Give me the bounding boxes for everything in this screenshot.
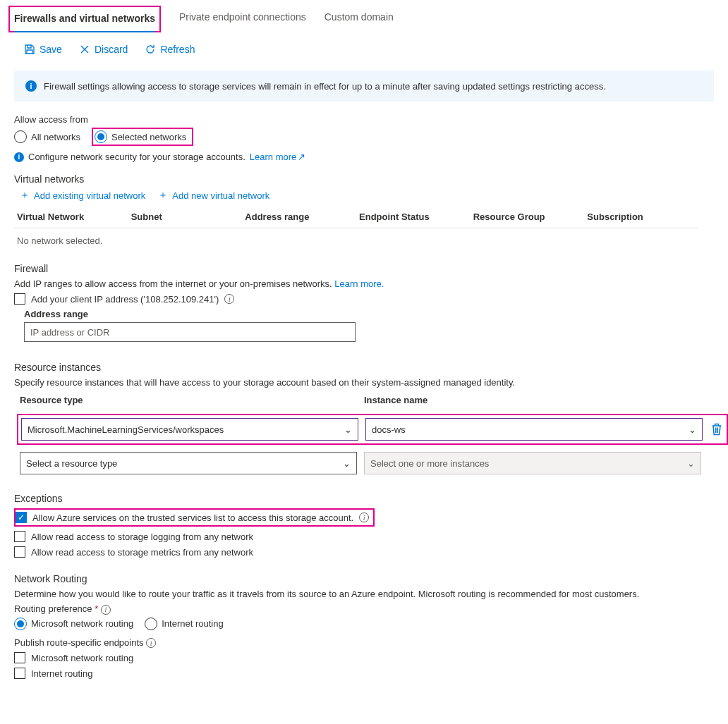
chevron-down-icon: ⌄ [343,458,351,469]
resource-row-highlight: Microsoft.MachineLearningServices/worksp… [17,414,728,445]
instance-name-select-2: Select one or more instances ⌄ [364,452,701,474]
discard-button[interactable]: Discard [72,41,135,58]
publish-ms-label: Microsoft network routing [31,653,133,663]
exception-trusted-label: Allow Azure services on the trusted serv… [32,513,353,523]
publish-internet-label: Internet routing [31,668,92,679]
add-client-ip-checkbox[interactable] [14,293,25,305]
exception-trusted-checkbox[interactable] [16,512,27,523]
col-endpoint: Endpoint Status [356,211,471,222]
refresh-button[interactable]: Refresh [138,41,202,58]
network-hint-text: Configure network security for your stor… [28,152,245,162]
radio-selected-networks[interactable]: Selected networks [95,130,186,143]
col-subnet: Subnet [128,211,243,222]
resource-type-select-2[interactable]: Select a resource type ⌄ [20,452,357,474]
chevron-down-icon: ⌄ [688,424,696,435]
publish-endpoints-label: Publish route-specific endpoints i [14,637,714,649]
save-label: Save [40,44,62,55]
firewall-learn-more-link[interactable]: Learn more. [334,278,384,289]
refresh-icon [145,44,156,55]
vnet-empty: No network selected. [14,230,698,252]
save-button[interactable]: Save [17,41,69,58]
tabs-bar: Firewalls and virtual networks Private e… [0,0,728,32]
network-routing-heading: Network Routing [14,573,714,584]
radio-selected-label: Selected networks [111,132,186,142]
col-resource-type: Resource type [20,395,357,407]
toolbar: Save Discard Refresh [0,32,728,63]
tab-firewalls-highlight: Firewalls and virtual networks [8,6,161,32]
add-client-ip-label: Add your client IP address ('108.252.109… [31,294,219,305]
firewall-desc: Add IP ranges to allow access from the i… [14,278,714,289]
exception-logging-label: Allow read access to storage logging fro… [31,532,253,542]
exception-logging-checkbox[interactable] [14,531,25,542]
discard-label: Discard [95,44,128,55]
resource-desc: Specify resource instances that will hav… [14,377,714,388]
learn-more-link[interactable]: Learn more↗ [250,152,305,162]
radio-ms-routing[interactable]: Microsoft network routing [14,618,133,630]
address-range-label: Address range [24,309,714,319]
plus-icon: ＋ [158,189,168,202]
access-radio-group: All networks Selected networks [14,128,714,146]
external-link-icon: ↗ [298,152,305,162]
exception-metrics-label: Allow read access to storage metrics fro… [31,547,253,558]
routing-pref-label: Routing preference * i [14,603,714,615]
publish-ms-checkbox[interactable] [14,652,25,663]
tab-custom-domain[interactable]: Custom domain [324,6,394,32]
info-icon[interactable]: i [224,294,234,304]
vnet-table-header: Virtual Network Subnet Address range End… [14,207,698,226]
plus-icon: ＋ [20,189,30,202]
firewall-heading: Firewall [14,263,714,274]
add-existing-vnet-button[interactable]: ＋Add existing virtual network [20,189,145,202]
info-banner: i Firewall settings allowing access to s… [14,70,714,102]
info-icon[interactable]: i [359,513,369,522]
radio-all-networks[interactable]: All networks [14,130,80,143]
exception-metrics-checkbox[interactable] [14,546,25,558]
instance-name-select-1[interactable]: docs-ws ⌄ [365,418,703,441]
info-icon: i [25,80,37,92]
info-icon[interactable]: i [146,638,156,648]
info-icon: i [14,152,24,162]
publish-internet-checkbox[interactable] [14,668,25,679]
col-instance-name: Instance name [364,395,701,407]
exceptions-heading: Exceptions [14,493,714,504]
close-icon [79,44,90,55]
address-range-input[interactable] [24,322,356,342]
resource-type-select-1[interactable]: Microsoft.MachineLearningServices/worksp… [21,418,358,441]
info-banner-text: Firewall settings allowing access to sto… [44,81,606,92]
routing-desc: Determine how you would like to route yo… [14,589,714,599]
delete-icon[interactable] [710,422,724,436]
chevron-down-icon: ⌄ [687,458,695,469]
resource-instances-heading: Resource instances [14,362,714,373]
info-icon[interactable]: i [101,605,111,615]
selected-networks-highlight: Selected networks [92,128,193,146]
chevron-down-icon: ⌄ [344,424,352,435]
refresh-label: Refresh [160,44,195,55]
col-sub: Subscription [584,211,698,222]
save-icon [24,44,35,55]
radio-all-label: All networks [31,132,80,142]
network-hint-row: i Configure network security for your st… [14,152,714,162]
radio-internet-routing[interactable]: Internet routing [145,618,223,630]
virtual-networks-heading: Virtual networks [14,173,714,185]
trusted-services-highlight: Allow Azure services on the trusted serv… [14,508,375,527]
col-rg: Resource Group [471,211,585,222]
col-range: Address range [242,211,356,222]
allow-access-label: Allow access from [14,114,714,125]
col-vn: Virtual Network [14,211,128,222]
tab-private-endpoint[interactable]: Private endpoint connections [179,6,306,32]
tab-firewalls[interactable]: Firewalls and virtual networks [14,7,155,32]
add-new-vnet-button[interactable]: ＋Add new virtual network [158,189,269,202]
